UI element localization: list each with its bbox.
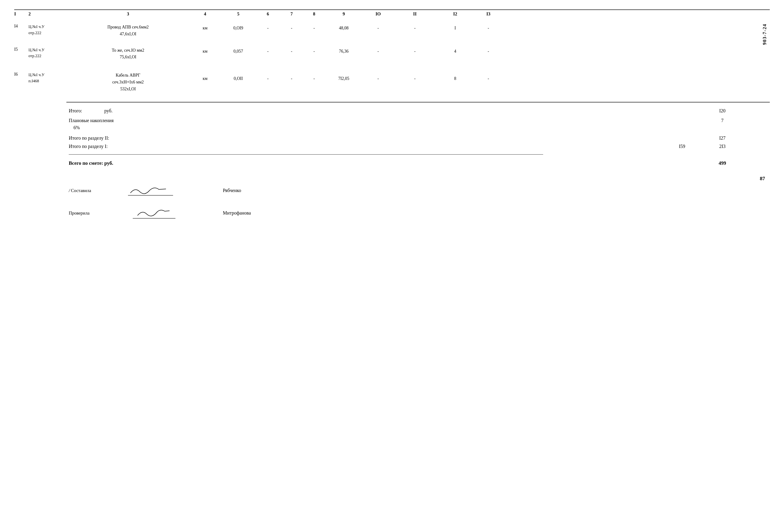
row-unit: км (190, 47, 221, 54)
row-col5: 0,057 (221, 47, 256, 54)
row-col9: 48,08 (325, 24, 363, 31)
itogo-val: I20 (703, 108, 741, 114)
row-col7: - (280, 47, 304, 54)
row-col6: - (256, 47, 280, 54)
row-desc: Кабель АВРГ сеч.3хI0+Iх6 мм2 532хI,OI (66, 72, 190, 92)
row-col12: 8 (436, 72, 474, 81)
row-col13: - (474, 24, 503, 31)
row-unit: км (190, 72, 221, 81)
itogo-razdel2-val: I27 (703, 135, 741, 141)
summary-section: Итого: руб. I20 Плановые накопления 6% 7… (14, 106, 770, 168)
row-col5: 0,OII (221, 72, 256, 81)
itogo-razdel1-label: Итого по разделу I: (14, 144, 135, 149)
page-number-87: 87 (760, 175, 765, 181)
vsego-label: Всего по смете: (14, 160, 104, 166)
itogo-razdel1-col12: 2I3 (703, 144, 741, 149)
row-col11: - (394, 24, 436, 31)
row-unit: км (190, 24, 221, 31)
row-col12: I (436, 24, 474, 31)
row-col13: - (474, 47, 503, 54)
header-col-12: I2 (436, 11, 474, 17)
signatures-section: /Составила Рябченко Проверила Митрофа (69, 185, 770, 220)
header-col-3: 3 (66, 11, 190, 17)
row-id: I6 (14, 72, 28, 77)
plannye-val: 7 (703, 117, 741, 123)
main-divider (66, 102, 770, 103)
itogo-razdel2-label: Итого по разделу II: (14, 135, 135, 141)
header-col-13: I3 (474, 11, 503, 17)
header-col-11: II (394, 11, 436, 17)
itogo-unit: руб. (104, 108, 135, 114)
header-col-6: 6 (256, 11, 280, 17)
itogo-label: Итого: (14, 108, 104, 114)
header-col-8: 8 (304, 11, 325, 17)
row-col8: - (304, 24, 325, 31)
row-col10: - (363, 72, 394, 81)
row-col10: - (363, 47, 394, 54)
row-col7: - (280, 72, 304, 81)
proverila-signature (128, 206, 204, 220)
table-row: I4 Ц.№I ч.У отр.222 Провод АПВ сеч.6мм2 … (14, 21, 770, 40)
plannye-label: Плановые накопления 6% (14, 117, 135, 131)
row-col12: 4 (436, 47, 474, 54)
row-col10: - (363, 24, 394, 31)
row-ref: Ц.№I ч.У п.I468 (28, 72, 66, 84)
row-col9: 76,36 (325, 47, 363, 54)
vsego-unit: руб. (104, 160, 135, 166)
proverila-row: Проверила Митрофанова (69, 206, 770, 220)
header-col-4: 4 (190, 11, 221, 17)
sostavila-label: /Составила (69, 188, 128, 193)
vsego-val: 499 (703, 160, 741, 166)
thin-divider (69, 154, 543, 155)
row-col5: 0,OI9 (221, 24, 256, 31)
row-col11: - (394, 47, 436, 54)
sostavila-signature (128, 185, 204, 197)
row-col9: 7I2,05 (325, 72, 363, 81)
header-col-10: IO (363, 11, 394, 17)
row-id: I5 (14, 47, 28, 52)
sostavila-row: /Составила Рябченко (69, 185, 770, 197)
row-col7: - (280, 24, 304, 31)
table-row: I6 Ц.№I ч.У п.I468 Кабель АВРГ сеч.3хI0+… (14, 69, 770, 94)
itogo-razdel1-col11: I59 (661, 144, 703, 149)
row-col6: - (256, 24, 280, 31)
row-id: I4 (14, 24, 28, 29)
row-col8: - (304, 47, 325, 54)
header-col-7: 7 (280, 11, 304, 17)
row-col8: - (304, 72, 325, 81)
row-col6: - (256, 72, 280, 81)
row-col11: - (394, 72, 436, 81)
row-ref: Ц.№I ч.У отр.222 (28, 24, 66, 36)
row-ref: Ц.№I ч.У отр.222 (28, 47, 66, 59)
table-header: I 2 3 4 5 6 7 8 9 IO II I2 I3 (14, 9, 770, 18)
row-col13: - (474, 72, 503, 81)
sostavila-name: Рябченко (223, 188, 241, 193)
document-page: 903-7-24 I 2 3 4 5 6 7 8 9 IO II I2 I3 I… (14, 9, 770, 220)
page-number-rotated: 903-7-24 (762, 24, 767, 45)
header-col-2: 2 (28, 11, 66, 17)
header-col-5: 5 (221, 11, 256, 17)
row-desc: Провод АПВ сеч.6мм2 47,6хI,OI (66, 24, 190, 37)
row-desc: То же, сеч.IO мм2 75,6хI,OI (66, 47, 190, 61)
proverila-name: Митрофанова (223, 210, 251, 216)
header-col-1: I (14, 11, 28, 17)
table-row: I5 Ц.№I ч.У отр.222 То же, сеч.IO мм2 75… (14, 45, 770, 63)
proverila-label: Проверила (69, 211, 128, 216)
header-col-9: 9 (325, 11, 363, 17)
